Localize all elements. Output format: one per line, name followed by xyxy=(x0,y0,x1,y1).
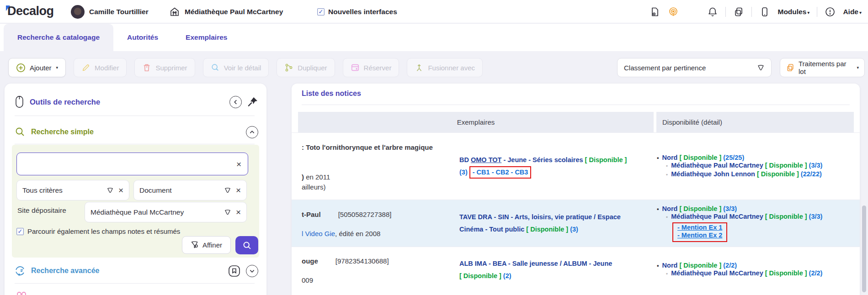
annotation-red-box: - CB1 - CB2 - CB3 xyxy=(469,166,532,179)
notice-text: [ Disponible ] xyxy=(459,272,503,279)
advanced-search-title: Recherche avancée xyxy=(31,267,99,275)
clear-search-icon[interactable]: × xyxy=(236,160,241,169)
actions-toolbar: Ajouter▾ModifierSupprimerVoir le détailD… xyxy=(0,51,868,83)
disponibilite-cell: •Nord [ Disponible ] (3/3)◦Médiathèque P… xyxy=(657,200,858,247)
toolbar-button-ajouter[interactable]: Ajouter▾ xyxy=(8,58,66,77)
notice-link[interactable]: - Mention Ex 1 xyxy=(677,224,722,231)
notice-text: (25/25) xyxy=(723,154,744,161)
expand-advanced-search-button[interactable] xyxy=(246,265,258,277)
notice-text: [ Disponible ] xyxy=(526,226,570,233)
help-info-icon xyxy=(825,6,836,17)
clear-doctype-icon[interactable]: × xyxy=(236,186,241,195)
broadcast-icon[interactable] xyxy=(668,6,679,17)
notice-row[interactable]: : Toto l'ornithorynque et l'arbre magiqu… xyxy=(292,132,860,200)
notice-row[interactable]: t-Paul[5050582727388]l Video Gie, édité … xyxy=(292,200,860,247)
decalog-logo: Decalog xyxy=(7,4,54,18)
mouse-icon xyxy=(15,95,24,108)
site-label: Site dépositaire xyxy=(17,206,66,215)
aide-menu[interactable]: Aide▾ xyxy=(843,8,862,16)
search-submit-button[interactable] xyxy=(235,236,258,254)
new-interfaces-label: Nouvelles interfaces xyxy=(328,8,397,16)
modules-menu[interactable]: Modules▾ xyxy=(777,8,809,16)
notice-text: [ Disponible ] xyxy=(765,213,809,220)
notice-text: [ Disponible ] xyxy=(585,156,627,163)
advanced-search-icon xyxy=(15,265,26,276)
notice-text: Médiathèque Paul McCartney xyxy=(671,162,765,169)
batch-processing-button[interactable]: Traitements par lot ▾ xyxy=(780,58,865,77)
toolbar-button-modifier: Modifier xyxy=(74,58,127,77)
tab-exemplaires[interactable]: Exemplaires xyxy=(172,24,241,51)
notice-text: (2/2) xyxy=(723,262,737,269)
disponibilite-cell: •Nord [ Disponible ] (2/2)◦Médiathèque P… xyxy=(657,247,858,292)
notice-text: (3/3) xyxy=(809,213,823,220)
notice-text: Nord xyxy=(662,262,680,269)
layers-icon[interactable] xyxy=(733,6,744,17)
new-interfaces-checkbox[interactable]: ✓ xyxy=(317,8,325,16)
simple-search-form: × Tous critères × Document × Site déposi… xyxy=(12,145,259,258)
notice-text: , édité en 2008 xyxy=(335,230,380,237)
magnifier-icon xyxy=(211,63,220,72)
refine-button[interactable]: Affiner xyxy=(182,236,231,254)
search-input-wrapper: × xyxy=(16,153,248,175)
sort-order-value: Classement par pertinence xyxy=(624,64,706,72)
sort-order-select[interactable]: Classement par pertinence xyxy=(617,58,772,77)
library-building-icon xyxy=(169,6,180,17)
notes-checkbox-row[interactable]: ✓ Parcourir également les champs notes e… xyxy=(16,227,180,235)
notice-link[interactable]: l Video Gie xyxy=(302,230,335,237)
vertical-scrollbar[interactable] xyxy=(862,205,866,292)
column-header-disponibilite: Disponibilité (détail) xyxy=(656,112,854,132)
funnel-icon xyxy=(107,187,114,194)
criteria-select[interactable]: Tous critères × xyxy=(16,180,129,200)
notice-text: Cinéma - Tout public xyxy=(459,226,526,233)
pin-icon[interactable] xyxy=(247,96,258,107)
export-file-icon[interactable] xyxy=(650,6,660,17)
notice-text: [ Disponible ] xyxy=(679,262,723,269)
notice-text: en 2011 xyxy=(304,173,330,181)
tab-autorites[interactable]: Autorités xyxy=(113,24,172,51)
clear-criteria-icon[interactable]: × xyxy=(118,186,123,195)
notice-link[interactable]: - Mention Ex 2 xyxy=(677,232,722,239)
funnel-icon xyxy=(757,64,765,72)
bookmark-square-icon[interactable] xyxy=(228,265,240,277)
notice-link[interactable]: OMO TOT xyxy=(471,156,501,163)
current-site[interactable]: Médiathèque Paul McCartney xyxy=(169,0,283,23)
notes-checkbox[interactable]: ✓ xyxy=(16,228,24,235)
notice-text: Médiathèque John Lennon xyxy=(671,170,757,178)
site-select[interactable]: Médiathèque Paul McCartney × xyxy=(85,202,247,222)
mobile-device-icon[interactable] xyxy=(759,6,770,17)
user-avatar xyxy=(71,5,85,19)
toolbar-button-label: Dupliquer xyxy=(298,64,327,72)
notice-text: (2/2) xyxy=(809,269,823,277)
pencil-icon xyxy=(81,63,91,72)
notice-text: BD xyxy=(459,156,471,163)
exemplaires-cell: BD OMO TOT - Jeune - Séries scolaires [ … xyxy=(459,133,656,200)
collapse-simple-search-button[interactable] xyxy=(246,126,258,138)
notice-row[interactable]: ouge[9782354130688]009ALB IMA - BEA - Sa… xyxy=(292,247,860,292)
collapse-panel-button[interactable] xyxy=(229,96,242,108)
search-input[interactable] xyxy=(23,160,236,168)
toolbar-button-label: Réserver xyxy=(364,64,392,72)
toolbar-button-dupliquer: Dupliquer xyxy=(277,58,335,77)
clear-site-icon[interactable]: × xyxy=(236,208,241,216)
current-user[interactable]: Camille Tourtillier xyxy=(71,0,149,23)
tab-recherche-catalogage[interactable]: Recherche & catalogage xyxy=(4,24,113,51)
toolbar-button-voir-le-detail: Voir le détail xyxy=(203,58,269,77)
notices-table-header: Exemplaires Disponibilité (détail) xyxy=(292,112,860,132)
notice-text: [ Disponible ] xyxy=(757,170,801,178)
notice-text: [ Disponible ] xyxy=(765,162,809,169)
notice-text: [ Disponible ] xyxy=(679,205,723,212)
notice-text: Nord xyxy=(662,205,680,212)
toolbar-button-label: Ajouter xyxy=(30,64,52,72)
trash-icon xyxy=(142,63,151,72)
notice-text: (3) xyxy=(570,226,578,233)
doctype-select[interactable]: Document × xyxy=(133,180,247,200)
toolbar-button-supprimer: Supprimer xyxy=(134,58,195,77)
notifications-bell-icon[interactable] xyxy=(707,6,718,17)
notice-description-cell: ouge[9782354130688]009 xyxy=(302,247,455,292)
disponibilite-cell: •Nord [ Disponible ] (25/25)◦Médiathèque… xyxy=(657,133,858,200)
notice-text: (3/3) xyxy=(809,162,823,169)
new-interfaces-toggle[interactable]: ✓ Nouvelles interfaces xyxy=(317,0,397,23)
funnel-icon xyxy=(224,187,231,194)
notice-text: t-Paul xyxy=(302,211,321,218)
notice-description-cell: : Toto l'ornithorynque et l'arbre magiqu… xyxy=(302,133,455,200)
